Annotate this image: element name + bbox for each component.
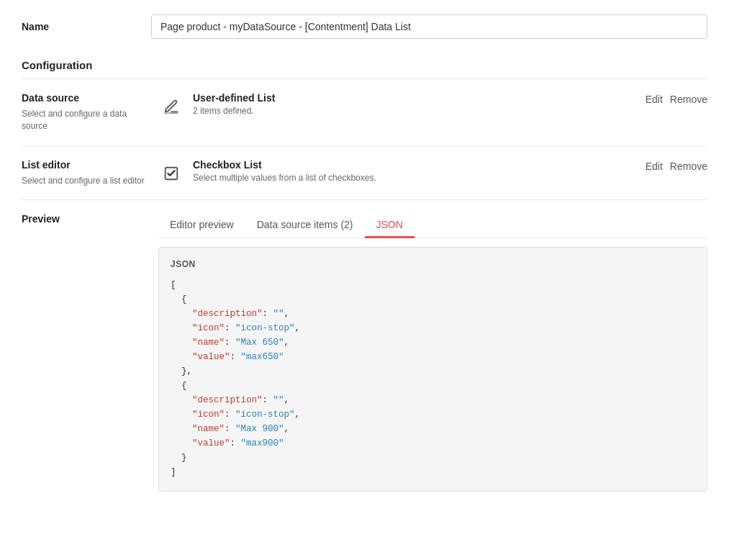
tab-editor-preview[interactable]: Editor preview: [158, 213, 245, 238]
configuration-section: Configuration: [22, 59, 707, 71]
data-source-actions: Edit Remove: [646, 92, 707, 105]
configuration-title: Configuration: [22, 59, 707, 71]
json-panel-title: JSON: [171, 259, 695, 269]
name-row: Name: [22, 14, 707, 39]
list-editor-actions: Edit Remove: [646, 159, 707, 172]
data-source-description: Select and configure a data source: [22, 108, 151, 132]
data-source-label: Data source: [22, 92, 151, 104]
list-editor-description: Select and configure a list editor: [22, 175, 151, 187]
data-source-edit-button[interactable]: Edit: [646, 94, 663, 105]
data-source-item-subtitle: 2 items defined.: [193, 106, 631, 116]
list-editor-content: Checkbox List Select multiple values fro…: [151, 159, 707, 186]
tabs-header: Editor preview Data source items (2) JSO…: [158, 213, 707, 238]
json-panel: JSON [ { "description": "", "icon": "ico…: [158, 247, 707, 492]
json-code-content: [ { "description": "", "icon": "icon-sto…: [171, 278, 695, 479]
list-editor-item-title: Checkbox List: [193, 159, 631, 171]
list-editor-text: Checkbox List Select multiple values fro…: [193, 159, 631, 183]
tabs-container: Editor preview Data source items (2) JSO…: [151, 213, 707, 492]
tab-data-source-items[interactable]: Data source items (2): [245, 213, 365, 238]
data-source-left-label: Data source Select and configure a data …: [22, 92, 151, 132]
preview-row: Preview Editor preview Data source items…: [22, 199, 707, 492]
list-editor-remove-button[interactable]: Remove: [670, 161, 707, 172]
data-source-remove-button[interactable]: Remove: [670, 94, 707, 105]
list-editor-icon: [158, 161, 184, 186]
data-source-item-title: User-defined List: [193, 92, 631, 104]
data-source-row: Data source Select and configure a data …: [22, 78, 707, 145]
list-editor-item-subtitle: Select multiple values from a list of ch…: [193, 173, 631, 183]
tab-json[interactable]: JSON: [365, 213, 415, 238]
list-editor-row: List editor Select and configure a list …: [22, 145, 707, 200]
data-source-content: User-defined List 2 items defined. Edit …: [151, 92, 707, 119]
list-editor-edit-button[interactable]: Edit: [646, 161, 663, 172]
list-editor-label: List editor: [22, 159, 151, 171]
name-input[interactable]: [151, 14, 707, 39]
data-source-icon: [158, 94, 184, 119]
data-source-text: User-defined List 2 items defined.: [193, 92, 631, 116]
list-editor-left-label: List editor Select and configure a list …: [22, 159, 151, 187]
preview-label: Preview: [22, 213, 151, 225]
name-label: Name: [22, 21, 151, 32]
